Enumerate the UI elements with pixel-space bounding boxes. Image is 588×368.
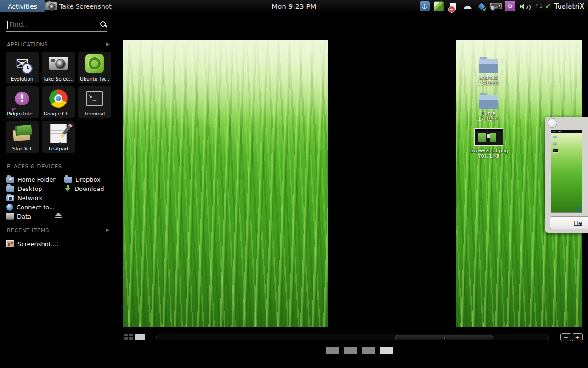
places-section-title: PLACES & DEVICES [7, 163, 62, 170]
home-folder-icon [6, 177, 14, 183]
activities-button[interactable]: Activities [0, 0, 46, 12]
keyboard-indicator-icon[interactable]: ⌨ [490, 1, 501, 12]
evolution-icon: ✉ [11, 53, 33, 74]
user-menu[interactable]: ✔ TualatriX [545, 0, 584, 12]
workspace-single-view-button[interactable] [135, 334, 145, 340]
system-tray: ⚓ ☁ ✔ ⌨ ⚙ ↑↓ [419, 0, 544, 12]
recent-item-screenshot[interactable]: Screenshot.... [6, 240, 58, 248]
place-connect-to[interactable]: Connect to... [6, 203, 55, 211]
place-desktop[interactable]: Desktop [6, 184, 42, 193]
desktop-icon-android: android 18 items [475, 59, 502, 86]
top-panel: Activities Take Screenshot Mon 9:23 PM ⚓… [0, 0, 588, 12]
network-folder-icon [6, 195, 14, 201]
camera-icon [46, 2, 57, 10]
help-button[interactable]: He [550, 216, 588, 229]
recent-expander-icon[interactable]: ▶ [106, 227, 110, 232]
clock[interactable]: Mon 9:23 PM [272, 0, 317, 12]
app-tile-evolution[interactable]: ✉ Evolution [6, 52, 39, 83]
image-file-icon [6, 240, 14, 247]
workspace-indicator-3[interactable] [362, 347, 375, 354]
drive-icon [6, 213, 14, 220]
workspace-indicator-1[interactable] [326, 347, 339, 354]
place-data[interactable]: Data [6, 212, 31, 220]
cloud-icon[interactable]: ☁ [462, 1, 473, 12]
pidgin-icon: ! [11, 88, 33, 109]
workspace-scrollbar[interactable] [156, 334, 549, 340]
stardict-tray-icon[interactable] [433, 1, 444, 12]
ubuntu-tweak-icon [84, 53, 106, 74]
zoom-out-button[interactable]: − [560, 333, 571, 341]
app-menu-label: Take Screenshot [59, 3, 112, 10]
workspace-grid-view-button[interactable] [124, 334, 134, 340]
workspace-indicator-2[interactable] [344, 347, 357, 354]
app-tile-terminal[interactable]: >_ Terminal [78, 86, 111, 118]
app-tile-pidgin[interactable]: ! Pidgin Inte... [6, 86, 39, 118]
place-download[interactable]: Download [64, 184, 104, 193]
dropbox-folder-icon [64, 177, 72, 183]
search-field[interactable] [6, 19, 107, 32]
zoom-in-button[interactable]: + [572, 333, 583, 341]
username-label: TualatriX [554, 2, 584, 11]
leafpad-icon [47, 123, 69, 144]
place-network[interactable]: Network [6, 194, 42, 202]
volume-icon[interactable] [519, 1, 530, 12]
eject-icon[interactable] [55, 212, 62, 218]
desktop-icon-home: Home 17 items [475, 95, 502, 121]
app-grid: ✉ Evolution Take Scree... Ubuntu Tw... !… [6, 52, 110, 153]
network-updown-icon[interactable]: ↑↓ [533, 1, 544, 12]
scrollbar-thumb[interactable] [395, 335, 493, 340]
app-tile-leafpad[interactable]: Leafpad [42, 121, 75, 153]
place-dropbox[interactable]: Dropbox [64, 175, 101, 184]
screenshot-preview [551, 130, 582, 213]
stardict-icon [11, 123, 33, 144]
workspace-preview-1[interactable] [123, 40, 328, 327]
anchor-indicator-icon[interactable]: ⚓ [419, 1, 430, 12]
app-tile-stardict[interactable]: StarDict [6, 121, 39, 153]
applications-expander-icon[interactable]: ▶ [106, 41, 110, 46]
recent-section-title: RECENT ITEMS [7, 227, 49, 234]
app-tile-take-screenshot[interactable]: Take Scree... [42, 52, 75, 83]
dropbox-tray-icon[interactable]: ✔ [476, 1, 487, 12]
screenshot-camera-icon [47, 53, 69, 74]
image-thumbnail [474, 128, 503, 146]
app-tile-chrome[interactable]: Google Ch... [42, 86, 75, 118]
search-input[interactable] [6, 19, 96, 29]
terminal-icon: >_ [84, 88, 106, 109]
window-close-button[interactable] [548, 118, 557, 128]
search-icon [100, 21, 107, 28]
presence-available-icon: ✔ [545, 2, 551, 11]
notes-blocked-icon[interactable] [447, 1, 458, 12]
app-menu[interactable]: Take Screenshot [46, 0, 112, 12]
workspace-indicator-4[interactable] [380, 347, 393, 354]
globe-icon [6, 204, 13, 211]
desktop-icon-screenshot: Screenshot.png 701.1 KB [470, 128, 507, 159]
place-home-folder[interactable]: Home Folder [6, 175, 56, 184]
text-caret [7, 21, 8, 29]
chrome-icon [47, 88, 69, 109]
desktop-folder-icon [6, 186, 14, 192]
screenshot-dialog-window[interactable]: He [545, 117, 588, 233]
download-arrow-icon [64, 185, 71, 192]
folder-icon [479, 59, 498, 73]
app-tile-ubuntu-tweak[interactable]: Ubuntu Tw... [78, 52, 111, 83]
overview-sidebar: APPLICATIONS ▶ ✉ Evolution Take Scree...… [0, 12, 116, 368]
applications-section-title: APPLICATIONS [7, 41, 48, 48]
folder-icon [479, 95, 498, 109]
ubuntu-tweak-tray-icon[interactable]: ⚙ [504, 1, 515, 12]
